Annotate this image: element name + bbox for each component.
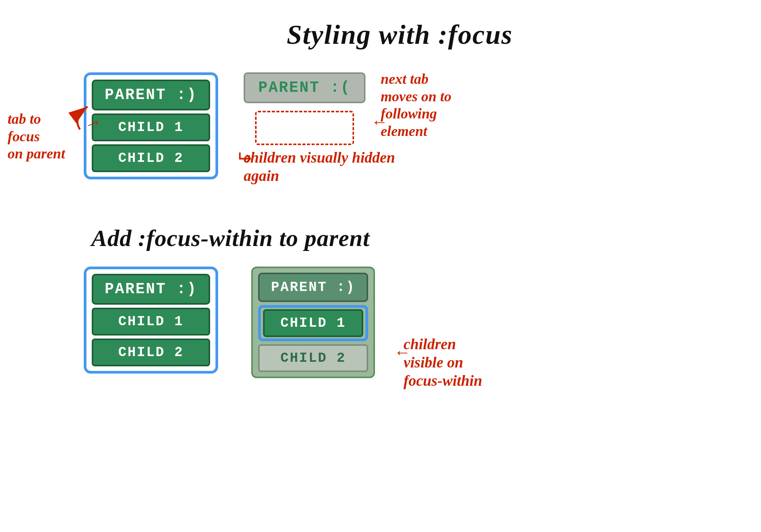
section2-left-parent-box: PARENT :): [92, 274, 210, 305]
section1-dashed-box: [255, 111, 354, 145]
annotation-tab-focus-text: tab to focus on parent: [8, 110, 84, 163]
section2-left-child1-box: CHILD 1: [92, 308, 210, 335]
section2-left-child2-box: CHILD 2: [92, 339, 210, 366]
annotation-tab-focus: tab to focus on parent: [8, 110, 84, 163]
section2-left-diagram: PARENT :) CHILD 1 CHILD 2: [84, 267, 218, 374]
annotation-children-hidden-text: children visually hidden again: [244, 149, 396, 185]
annotation-children-visible: children visible on focus-within: [404, 335, 548, 390]
section1-left-diagram: PARENT :) CHILD 1 CHILD 2: [84, 72, 218, 179]
section1-child2-box: CHILD 2: [92, 144, 210, 172]
subtitle-text: Add :focus-within to parent: [91, 225, 370, 251]
main-title: Styling with :focus: [228, 19, 571, 51]
annotation-next-tab-text: next tab moves on to following element: [381, 70, 514, 140]
section2-right-child2-box: CHILD 2: [258, 344, 368, 372]
arrow-children-visible: ←: [394, 343, 411, 362]
section2-right-child1-box: CHILD 1: [263, 309, 363, 337]
section2-title: Add :focus-within to parent: [91, 225, 510, 252]
arrow-next-tab: ←: [371, 112, 388, 131]
annotation-children-visible-text: children visible on focus-within: [404, 335, 548, 390]
section2-right-parent-box: PARENT :): [258, 273, 368, 302]
annotation-children-hidden: children visually hidden again: [244, 149, 396, 185]
focus-outline-section2-left: PARENT :) CHILD 1 CHILD 2: [84, 267, 218, 374]
focus-outline-section1: PARENT :) CHILD 1 CHILD 2: [84, 72, 218, 179]
annotation-next-tab: next tab moves on to following element: [381, 70, 514, 140]
section1-right-diagram: PARENT :(: [244, 72, 365, 145]
section1-parent-box: PARENT :): [92, 80, 210, 110]
section2-right-child1-focus: CHILD 1: [258, 305, 368, 341]
curved-arrow-hidden: ↵: [235, 147, 252, 169]
section1-child1-box: CHILD 1: [92, 113, 210, 141]
section2-right-diagram: PARENT :) CHILD 1 CHILD 2: [251, 267, 375, 378]
title-text: Styling with :focus: [287, 19, 513, 50]
section1-right-parent-box: PARENT :(: [244, 72, 365, 103]
